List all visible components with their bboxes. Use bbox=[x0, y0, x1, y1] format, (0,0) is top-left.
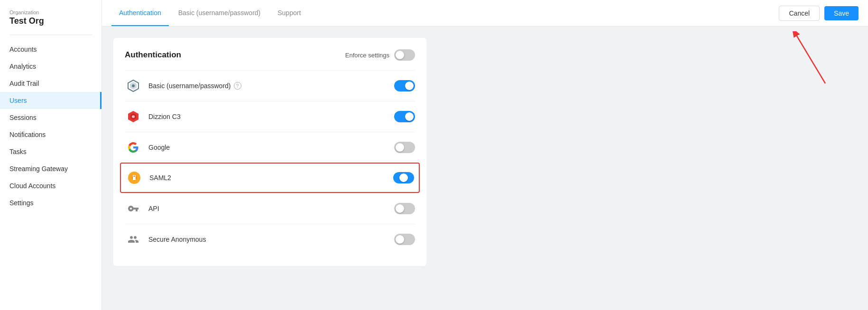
topbar-tabs: Authentication Basic (username/password)… bbox=[111, 0, 310, 26]
svg-line-1 bbox=[797, 36, 825, 83]
toggle-knob bbox=[396, 143, 404, 152]
org-name: Test Org bbox=[9, 16, 92, 26]
sidebar-item-label: Analytics bbox=[9, 63, 36, 70]
sidebar-item-label: Cloud Accounts bbox=[9, 182, 55, 190]
basic-label: Basic (username/password) ? bbox=[148, 82, 394, 90]
dizzion-icon bbox=[125, 108, 142, 125]
sidebar-item-label: Settings bbox=[9, 199, 34, 207]
google-icon bbox=[125, 139, 142, 156]
sidebar-item-settings[interactable]: Settings bbox=[0, 194, 102, 211]
secure-anon-label: Secure Anonymous bbox=[148, 236, 394, 243]
saml2-toggle[interactable] bbox=[393, 172, 414, 183]
sidebar-item-users[interactable]: Users bbox=[0, 92, 102, 109]
google-label: Google bbox=[148, 144, 394, 151]
sidebar-item-sessions[interactable]: Sessions bbox=[0, 109, 102, 126]
auth-card-title: Authentication bbox=[125, 50, 181, 60]
secure-anon-toggle[interactable] bbox=[394, 234, 415, 245]
sidebar-item-cloud-accounts[interactable]: Cloud Accounts bbox=[0, 177, 102, 194]
sidebar-item-audit-trail[interactable]: Audit Trail bbox=[0, 75, 102, 92]
org-section: Organization Test Org bbox=[0, 0, 102, 31]
sidebar-item-label: Users bbox=[9, 97, 27, 104]
content-area: Authentication Enforce settings bbox=[102, 27, 868, 310]
sidebar: Organization Test Org Accounts Analytics… bbox=[0, 0, 102, 310]
topbar-actions: Cancel Save bbox=[779, 6, 859, 21]
toggle-knob bbox=[405, 82, 414, 90]
enforce-settings-toggle[interactable] bbox=[394, 49, 415, 61]
sidebar-item-label: Tasks bbox=[9, 148, 27, 155]
saml2-label: SAML2 bbox=[149, 174, 393, 182]
api-icon bbox=[125, 200, 142, 217]
secure-anon-icon bbox=[125, 231, 142, 248]
toggle-knob bbox=[396, 51, 404, 59]
basic-toggle[interactable] bbox=[394, 80, 415, 91]
auth-card-header: Authentication Enforce settings bbox=[125, 49, 415, 61]
sidebar-item-analytics[interactable]: Analytics bbox=[0, 58, 102, 75]
toggle-knob bbox=[405, 112, 414, 121]
topbar: Authentication Basic (username/password)… bbox=[102, 0, 868, 27]
api-label: API bbox=[148, 205, 394, 212]
basic-icon bbox=[125, 77, 142, 94]
sidebar-item-label: Notifications bbox=[9, 131, 46, 138]
auth-row-google: Google bbox=[125, 132, 415, 163]
sidebar-item-tasks[interactable]: Tasks bbox=[0, 143, 102, 160]
auth-row-saml2: SAML2 bbox=[120, 163, 420, 193]
main-area: Authentication Basic (username/password)… bbox=[102, 0, 868, 310]
basic-help-icon[interactable]: ? bbox=[234, 82, 241, 90]
org-label: Organization bbox=[9, 9, 92, 15]
auth-row-secure-anon: Secure Anonymous bbox=[125, 224, 415, 255]
svg-point-4 bbox=[132, 84, 135, 87]
tab-support[interactable]: Support bbox=[270, 0, 308, 26]
toggle-knob bbox=[396, 204, 404, 213]
dizzion-toggle[interactable] bbox=[394, 111, 415, 122]
sidebar-item-label: Accounts bbox=[9, 46, 37, 53]
tab-authentication[interactable]: Authentication bbox=[111, 0, 169, 26]
sidebar-nav: Accounts Analytics Audit Trail Users Ses… bbox=[0, 39, 102, 310]
save-button[interactable]: Save bbox=[824, 6, 859, 20]
auth-row-api: API bbox=[125, 193, 415, 224]
toggle-knob bbox=[399, 173, 408, 182]
google-toggle[interactable] bbox=[394, 142, 415, 153]
toggle-knob bbox=[396, 235, 404, 244]
auth-row-basic: Basic (username/password) ? bbox=[125, 70, 415, 101]
sidebar-item-streaming-gateway[interactable]: Streaming Gateway bbox=[0, 160, 102, 177]
auth-card: Authentication Enforce settings bbox=[113, 38, 426, 266]
sidebar-item-notifications[interactable]: Notifications bbox=[0, 126, 102, 143]
auth-row-dizzion: Dizzion C3 bbox=[125, 101, 415, 132]
sidebar-item-label: Streaming Gateway bbox=[9, 165, 68, 173]
sidebar-item-accounts[interactable]: Accounts bbox=[0, 41, 102, 58]
api-toggle[interactable] bbox=[394, 203, 415, 214]
enforce-settings-section: Enforce settings bbox=[345, 49, 415, 61]
tab-basic[interactable]: Basic (username/password) bbox=[171, 0, 268, 26]
sidebar-item-label: Audit Trail bbox=[9, 80, 39, 87]
cancel-button[interactable]: Cancel bbox=[779, 6, 820, 21]
red-arrow-annotation bbox=[792, 31, 830, 90]
sidebar-item-label: Sessions bbox=[9, 114, 37, 121]
saml2-icon bbox=[126, 169, 143, 186]
dizzion-label: Dizzion C3 bbox=[148, 113, 394, 120]
enforce-settings-label: Enforce settings bbox=[345, 52, 389, 59]
sidebar-divider bbox=[9, 35, 92, 35]
